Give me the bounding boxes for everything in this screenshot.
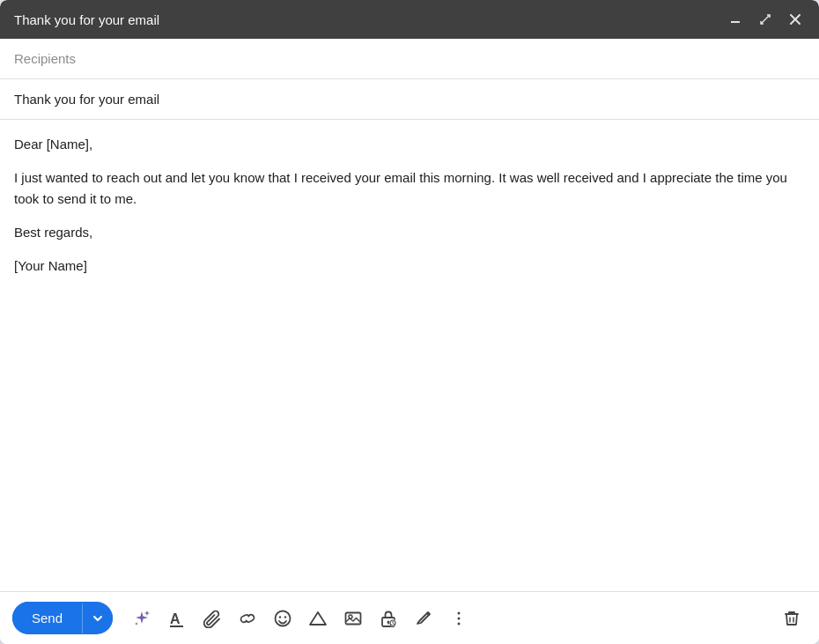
svg-point-13	[458, 617, 461, 619]
ai-button[interactable]	[127, 603, 157, 633]
compose-toolbar: Send A	[0, 591, 819, 644]
svg-rect-0	[731, 21, 740, 23]
insert-photo-button[interactable]	[338, 603, 368, 633]
subject-text: Thank you for your email	[14, 92, 159, 107]
minimize-button[interactable]	[726, 11, 745, 27]
svg-point-14	[458, 622, 461, 625]
signature-button[interactable]	[409, 603, 439, 633]
attach-file-button[interactable]	[197, 603, 227, 633]
svg-rect-6	[346, 612, 361, 624]
send-button[interactable]: Send	[12, 602, 82, 634]
compose-body[interactable]: Dear [Name], I just wanted to reach out …	[0, 120, 819, 591]
more-options-button[interactable]	[444, 603, 474, 633]
delete-button[interactable]	[777, 603, 807, 633]
svg-text:A: A	[170, 611, 181, 626]
body-regards: Best regards,	[14, 222, 805, 243]
header-actions	[726, 11, 805, 27]
expand-button[interactable]	[756, 11, 775, 27]
compose-header: Thank you for your email	[0, 0, 819, 39]
send-dropdown-button[interactable]	[82, 603, 113, 633]
close-button[interactable]	[786, 11, 805, 27]
recipients-placeholder: Recipients	[14, 51, 76, 66]
insert-link-button[interactable]	[232, 603, 262, 633]
svg-point-4	[279, 616, 281, 618]
insert-drive-button[interactable]	[303, 603, 333, 633]
send-button-group: Send	[12, 602, 113, 634]
compose-window: Thank you for your email	[0, 0, 819, 644]
compose-title: Thank you for your email	[14, 12, 159, 27]
recipients-row[interactable]: Recipients	[0, 39, 819, 79]
body-signature: [Your Name]	[14, 255, 805, 277]
format-text-button[interactable]: A	[162, 603, 192, 633]
svg-point-12	[458, 611, 461, 614]
body-main-text: I just wanted to reach out and let you k…	[14, 167, 805, 210]
confidential-button[interactable]	[373, 603, 403, 633]
emoji-button[interactable]	[268, 603, 298, 633]
svg-point-5	[284, 616, 286, 618]
body-salutation: Dear [Name],	[14, 134, 805, 155]
subject-row[interactable]: Thank you for your email	[0, 79, 819, 120]
